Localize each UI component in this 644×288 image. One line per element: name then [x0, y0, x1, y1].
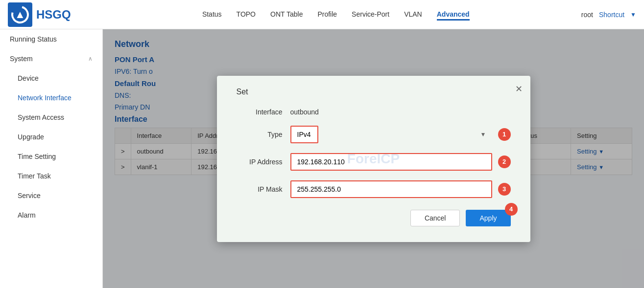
nav-shortcut-arrow: ▼	[630, 11, 636, 18]
form-row-mask: IP Mask 3	[237, 180, 511, 198]
sidebar-item-time-setting[interactable]: Time Setting	[8, 147, 102, 166]
step-badge-2: 2	[498, 155, 511, 168]
content-area: Network PON Port A IPV6: Turn o Default …	[103, 29, 644, 288]
form-row-ip: IP Address 2	[237, 153, 511, 171]
nav-advanced[interactable]: Advanced	[437, 8, 470, 21]
select-dropdown-icon: ▼	[480, 131, 486, 138]
interface-label: Interface	[237, 108, 290, 116]
top-nav: ▲ HSGQ Status TOPO ONT Table Profile Ser…	[0, 0, 644, 29]
step-badge-3: 3	[498, 183, 511, 196]
ip-address-input[interactable]	[290, 153, 492, 171]
apply-button[interactable]: Apply 4	[466, 210, 510, 226]
sidebar-item-running-status[interactable]: Running Status	[0, 29, 102, 49]
sidebar-group-system-arrow: ∧	[88, 55, 93, 62]
sidebar-item-alarm[interactable]: Alarm	[8, 205, 102, 225]
ip-address-label: IP Address	[237, 158, 290, 166]
type-label: Type	[237, 131, 290, 138]
sidebar-group-system[interactable]: System ∧	[0, 49, 102, 68]
modal-title: Set	[237, 88, 511, 96]
nav-items: Status TOPO ONT Table Profile Service-Po…	[91, 8, 581, 21]
logo-area: ▲ HSGQ	[8, 2, 71, 27]
logo-text: HSGQ	[36, 8, 71, 22]
nav-service-port[interactable]: Service-Port	[352, 8, 389, 21]
nav-right: root Shortcut ▼	[581, 11, 636, 19]
sidebar-item-timer-task[interactable]: Timer Task	[8, 166, 102, 186]
sidebar-item-upgrade[interactable]: Upgrade	[8, 127, 102, 147]
nav-profile[interactable]: Profile	[317, 8, 337, 21]
main-layout: Running Status System ∧ Device Network I…	[0, 29, 644, 288]
logo-icon: ▲	[8, 2, 32, 27]
sidebar-item-network-interface[interactable]: Network Interface	[8, 88, 102, 108]
type-select-wrapper: IPv4 IPv6 ▼	[290, 126, 492, 143]
cancel-button[interactable]: Cancel	[410, 210, 460, 226]
nav-vlan[interactable]: VLAN	[404, 8, 422, 21]
modal-dialog: Set ✕ ForelCP Interface outbound Type IP…	[217, 76, 530, 242]
step-badge-1: 1	[498, 128, 511, 141]
ip-mask-input[interactable]	[290, 180, 492, 198]
sidebar-item-service[interactable]: Service	[8, 186, 102, 205]
sidebar-item-device[interactable]: Device	[8, 68, 102, 88]
sidebar-item-system-access[interactable]: System Access	[8, 108, 102, 127]
nav-status[interactable]: Status	[202, 8, 222, 21]
nav-shortcut[interactable]: Shortcut	[599, 11, 624, 19]
step-badge-4: 4	[505, 203, 518, 216]
modal-close-button[interactable]: ✕	[515, 84, 523, 94]
sidebar-group-system-label: System	[10, 55, 33, 63]
type-select[interactable]: IPv4 IPv6	[290, 126, 318, 143]
sidebar: Running Status System ∧ Device Network I…	[0, 29, 103, 288]
nav-ont-table[interactable]: ONT Table	[270, 8, 303, 21]
sidebar-sub-system: Device Network Interface System Access U…	[0, 68, 102, 225]
form-row-type: Type IPv4 IPv6 ▼ 1	[237, 126, 511, 143]
modal-overlay: Set ✕ ForelCP Interface outbound Type IP…	[103, 29, 644, 288]
nav-topo[interactable]: TOPO	[237, 8, 256, 21]
modal-footer: Cancel Apply 4	[237, 210, 511, 226]
interface-value: outbound	[290, 108, 319, 116]
ip-mask-label: IP Mask	[237, 185, 290, 193]
form-row-interface: Interface outbound	[237, 108, 511, 116]
nav-user: root	[581, 11, 593, 19]
